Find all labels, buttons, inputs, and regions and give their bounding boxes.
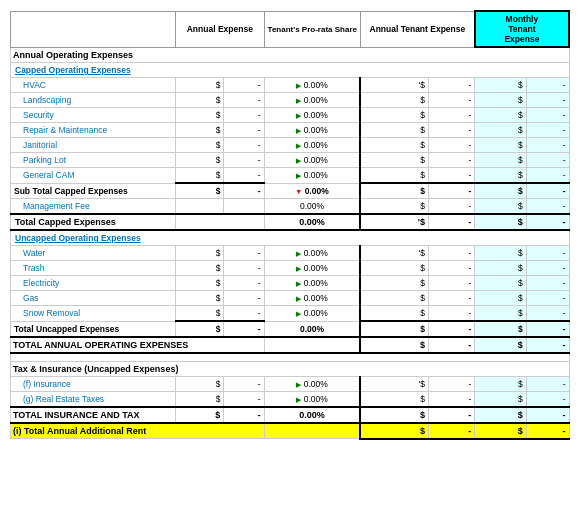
label-electricity: Electricity (11, 276, 176, 291)
row-insurance: (f) Insurance $ - ▶ 0.00% '$ - $ - (11, 376, 570, 391)
row-gas: Gas $ - ▶ 0.00% $ - $ - (11, 291, 570, 306)
row-subtotal-capped: Sub Total Capped Expenses $ - ▼ 0.00% $ … (11, 183, 570, 199)
subsection-uncapped: Uncapped Operating Expenses (11, 230, 570, 246)
spacer-row (11, 353, 570, 361)
subsection-capped: Capped Operating Expenses (11, 63, 570, 78)
row-landscaping: Landscaping $ - ▶ 0.00% $ - $ - (11, 93, 570, 108)
row-security: Security $ - ▶ 0.00% $ - $ - (11, 108, 570, 123)
section-annual-operating: Annual Operating Expenses (11, 47, 570, 63)
label-total-uncapped: Total Uncapped Expenses (11, 321, 176, 337)
label-hvac: HVAC (11, 78, 176, 93)
label-janitorial: Janitorial (11, 138, 176, 153)
row-total-annual-ops: TOTAL ANNUAL OPERATING EXPENSES $ - $ - (11, 337, 570, 353)
header-col1 (11, 11, 176, 47)
row-electricity: Electricity $ - ▶ 0.00% $ - $ - (11, 276, 570, 291)
label-trash: Trash (11, 261, 176, 276)
row-hvac: HVAC $ - ▶ 0.00% '$ - $ - (11, 78, 570, 93)
hvac-annual-dash: - (224, 78, 264, 93)
hvac-monthly-dollar: $ (475, 78, 526, 93)
label-parking: Parking Lot (11, 153, 176, 168)
label-real-estate-taxes: (g) Real Estate Taxes (11, 391, 176, 407)
label-insurance: (f) Insurance (11, 376, 176, 391)
label-security: Security (11, 108, 176, 123)
row-janitorial: Janitorial $ - ▶ 0.00% $ - $ - (11, 138, 570, 153)
header-monthly: MonthlyTenantExpense (475, 11, 569, 47)
row-repair: Repair & Maintenance $ - ▶ 0.00% $ - $ - (11, 123, 570, 138)
row-generalcam: General CAM $ - ▶ 0.00% $ - $ - (11, 168, 570, 184)
row-total-uncapped: Total Uncapped Expenses $ - 0.00% $ - $ … (11, 321, 570, 337)
label-subtotal-capped: Sub Total Capped Expenses (11, 183, 176, 199)
label-generalcam: General CAM (11, 168, 176, 184)
row-trash: Trash $ - ▶ 0.00% $ - $ - (11, 261, 570, 276)
label-water: Water (11, 246, 176, 261)
section-tax-insurance: Tax & Insurance (Uncapped Expenses) (11, 361, 570, 376)
hvac-tenant-dollar: '$ (360, 78, 428, 93)
header-annual: Annual Expense (176, 11, 265, 47)
row-parking: Parking Lot $ - ▶ 0.00% $ - $ - (11, 153, 570, 168)
label-landscaping: Landscaping (11, 93, 176, 108)
row-real-estate-taxes: (g) Real Estate Taxes $ - ▶ 0.00% $ - $ … (11, 391, 570, 407)
row-total-capped: Total Capped Expenses 0.00% '$ - $ - (11, 214, 570, 230)
hvac-annual-dollar: $ (176, 78, 224, 93)
label-snow: Snow Removal (11, 306, 176, 322)
row-total-additional-rent: (i) Total Annual Additional Rent $ - $ - (11, 423, 570, 439)
label-management-fee: Management Fee (11, 199, 176, 215)
hvac-tenant-dash: - (428, 78, 474, 93)
header-annual-tenant: Annual Tenant Expense (360, 11, 474, 47)
label-repair: Repair & Maintenance (11, 123, 176, 138)
row-water: Water $ - ▶ 0.00% '$ - $ - (11, 246, 570, 261)
row-management-fee: Management Fee 0.00% $ - $ - (11, 199, 570, 215)
row-total-insurance: TOTAL INSURANCE AND TAX $ - 0.00% $ - $ … (11, 407, 570, 423)
expense-table: Annual Expense Tenant's Pro-rata Share A… (10, 10, 570, 440)
hvac-pct: ▶ 0.00% (264, 78, 360, 93)
label-total-capped: Total Capped Expenses (11, 214, 176, 230)
header-prorata: Tenant's Pro-rata Share (264, 11, 360, 47)
hvac-monthly-dash: - (526, 78, 569, 93)
label-gas: Gas (11, 291, 176, 306)
row-snow: Snow Removal $ - ▶ 0.00% $ - $ - (11, 306, 570, 322)
